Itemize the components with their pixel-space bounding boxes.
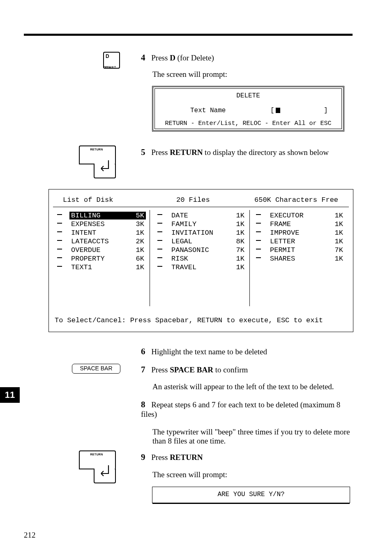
- step-9: 9 Press RETURN: [141, 452, 203, 462]
- row-marker: [57, 240, 62, 241]
- file-row: DATE1K: [155, 212, 249, 220]
- file-size: 1K: [236, 263, 244, 271]
- file-size: 8K: [236, 238, 244, 245]
- return-label-2: RETURN: [79, 453, 114, 456]
- file-size: 1K: [136, 246, 144, 254]
- file-size: 7K: [335, 246, 343, 254]
- file-size: 7K: [236, 246, 244, 254]
- file-size: 1K: [335, 220, 343, 228]
- step-9-key: RETURN: [170, 453, 203, 462]
- file-row: TRAVEL1K: [155, 263, 249, 272]
- row-marker: [57, 249, 62, 249]
- step-5-post: to display the directory as shown below: [203, 148, 329, 157]
- keycap-return-1: RETURN: [79, 146, 116, 178]
- file-row: PROPERTY6K: [55, 255, 149, 263]
- delete-hint: RETURN - Enter/List, RELOC - Enter All o…: [159, 120, 337, 127]
- row-marker: [57, 257, 62, 258]
- file-row: IMPROVE1K: [254, 229, 348, 238]
- delete-title: DELETE: [153, 92, 343, 99]
- file-name: PERMIT: [270, 246, 295, 254]
- page: D DEFAULT 4 Press D (for Delete) The scr…: [0, 0, 392, 552]
- file-name: RISK: [171, 255, 188, 263]
- row-marker: [256, 240, 261, 241]
- cursor-icon: [276, 108, 280, 113]
- file-row: EXECUTOR1K: [254, 212, 348, 220]
- dir-header-left: List of Disk: [63, 196, 113, 204]
- step-9-num: 9: [141, 452, 145, 462]
- spacebar-label: SPACE BAR: [80, 365, 112, 372]
- file-row: EXPENSES3K: [55, 220, 149, 229]
- bracket-left: [: [270, 107, 274, 114]
- row-marker: [157, 257, 162, 258]
- row-marker: [256, 214, 261, 215]
- file-size: 1K: [236, 220, 244, 228]
- dir-rule: [53, 207, 349, 207]
- file-size: 1K: [236, 229, 244, 237]
- file-size: 1K: [136, 229, 144, 237]
- step-4: 4 Press D (for Delete): [141, 53, 214, 63]
- step-4-note: The screen will prompt:: [152, 70, 227, 79]
- file-size: 1K: [236, 212, 244, 219]
- bracket-right: ]: [324, 107, 328, 114]
- file-name: LEGAL: [171, 238, 192, 245]
- dir-header-right: 650K Characters Free: [254, 196, 338, 204]
- step-8: 8 Repeat steps 6 and 7 for each text to …: [141, 400, 353, 419]
- file-row-selected: BILLING5K: [69, 212, 146, 219]
- file-name: FAMILY: [171, 220, 196, 228]
- step-7-num: 7: [141, 365, 145, 374]
- row-marker: [256, 257, 261, 258]
- step-6: 6 Highlight the text name to be deleted: [141, 346, 267, 357]
- file-row: OVERDUE1K: [55, 246, 149, 255]
- file-row: BILLING5K: [55, 212, 149, 220]
- page-number: 212: [24, 531, 36, 540]
- file-name: IMPROVE: [270, 229, 299, 237]
- keycap-d-letter: D: [106, 53, 109, 59]
- row-marker: [157, 249, 162, 249]
- step-4-key: D: [170, 53, 175, 62]
- row-marker: [256, 223, 261, 224]
- file-name: DATE: [171, 212, 188, 219]
- step-7-post: to confirm: [213, 365, 248, 374]
- file-size: 1K: [236, 255, 244, 263]
- keycap-d: D DEFAULT: [103, 52, 120, 69]
- dir-col-2: DATE1KFAMILY1KINVITATION1KLEGAL8KPANASON…: [155, 212, 249, 272]
- file-size: 1K: [335, 212, 343, 219]
- step-8-note: The typewriter will "beep" three times i…: [152, 427, 353, 446]
- row-marker: [157, 231, 162, 232]
- file-name: TEXT1: [71, 263, 92, 271]
- row-marker: [57, 214, 62, 215]
- return-label: RETURN: [79, 148, 114, 151]
- step-7: 7 Press SPACE BAR to confirm: [141, 365, 248, 375]
- return-arrow-icon-2: [95, 464, 113, 480]
- file-size: 1K: [335, 229, 343, 237]
- file-name: EXECUTOR: [270, 212, 304, 219]
- step-4-pre: Press: [151, 53, 170, 62]
- file-row: LETTER1K: [254, 238, 348, 246]
- file-name: INVITATION: [171, 229, 213, 237]
- file-row: PANASONIC7K: [155, 246, 249, 255]
- file-size: 1K: [335, 255, 343, 263]
- file-row: LEGAL8K: [155, 238, 249, 246]
- step-8-num: 8: [141, 400, 145, 409]
- row-marker: [57, 231, 62, 232]
- dir-columns: BILLING5KEXPENSES3KINTENT1KLATEACCTS2KOV…: [49, 212, 353, 303]
- file-name: FRAME: [270, 220, 291, 228]
- file-size: 1K: [136, 263, 144, 271]
- step-7-key: SPACE BAR: [170, 365, 213, 374]
- row-marker: [256, 249, 261, 249]
- step-4-post: (for Delete): [175, 53, 214, 62]
- file-name: PROPERTY: [71, 255, 105, 263]
- file-size: 2K: [136, 238, 144, 245]
- row-marker: [157, 214, 162, 215]
- step-8-text: Repeat steps 6 and 7 for each text to be…: [141, 400, 340, 418]
- keycap-d-label: DEFAULT: [104, 66, 116, 69]
- row-marker: [57, 223, 62, 224]
- file-name: LETTER: [270, 238, 295, 245]
- keycap-return-2: RETURN: [79, 450, 116, 483]
- file-row: INVITATION1K: [155, 229, 249, 238]
- file-row: SHARES1K: [254, 255, 348, 263]
- file-row: RISK1K: [155, 255, 249, 263]
- file-row: TEXT11K: [55, 263, 149, 272]
- step-5-pre: Press: [151, 148, 170, 157]
- row-marker: [57, 266, 62, 267]
